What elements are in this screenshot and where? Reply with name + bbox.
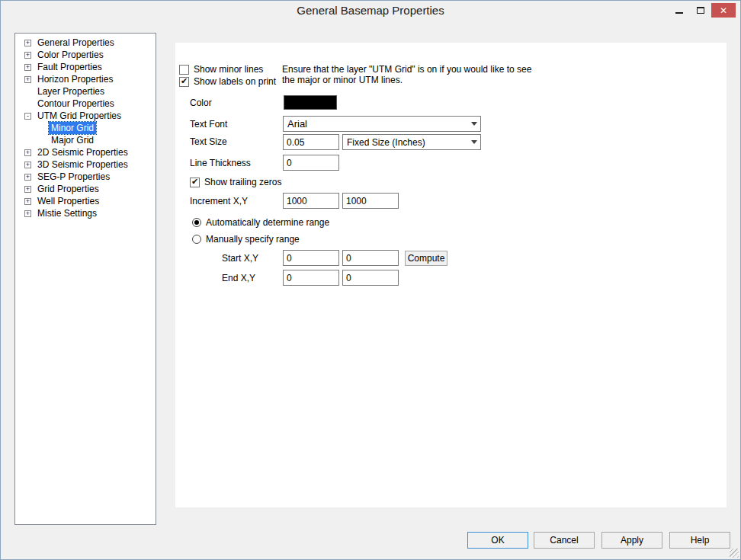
end-x-input[interactable]: [283, 270, 339, 286]
tree-item-general-properties[interactable]: + General Properties: [15, 37, 156, 49]
text-font-value: Arial: [287, 118, 467, 130]
tree-item-label: Fault Properties: [35, 61, 104, 73]
tree-item-label: Contour Properties: [35, 98, 117, 110]
start-xy-label: Start X,Y: [222, 253, 258, 264]
manual-range-label: Manually specify range: [206, 234, 300, 245]
start-y-input[interactable]: [342, 250, 399, 266]
expand-icon[interactable]: +: [24, 40, 31, 46]
text-size-mode-value: Fixed Size (Inches): [347, 137, 467, 148]
expand-icon[interactable]: +: [24, 210, 31, 217]
show-trailing-zeros-checkbox[interactable]: [190, 178, 200, 187]
tree-item-label: Color Properties: [35, 49, 106, 61]
collapse-icon[interactable]: -: [24, 113, 31, 120]
resize-grip[interactable]: [730, 549, 739, 558]
tree-item-layer-properties[interactable]: Layer Properties: [15, 85, 156, 98]
expand-icon[interactable]: +: [24, 76, 31, 83]
tree-item-grid-properties[interactable]: + Grid Properties: [15, 183, 156, 195]
expand-icon[interactable]: +: [24, 198, 31, 205]
tree-item-label: SEG-P Properties: [35, 171, 112, 183]
text-size-input[interactable]: [283, 134, 339, 150]
settings-panel: Show minor lines Ensure that the layer "…: [175, 43, 727, 507]
expand-icon[interactable]: +: [24, 149, 31, 156]
title-bar: General Basemap Properties ✕: [1, 1, 740, 22]
end-xy-label: End X,Y: [222, 273, 255, 283]
line-thickness-input[interactable]: [283, 155, 339, 171]
increment-x-input[interactable]: [283, 193, 339, 209]
text-font-label: Text Font: [190, 119, 227, 130]
tree-item-label: General Properties: [35, 37, 117, 49]
utm-grid-info-text: Ensure that the layer "UTM Grid" is on i…: [282, 64, 545, 85]
text-size-label: Text Size: [190, 136, 227, 147]
tree-item-horizon-properties[interactable]: + Horizon Properties: [15, 73, 156, 85]
tree-item-label: Horizon Properties: [35, 73, 115, 85]
compute-button[interactable]: Compute: [405, 251, 447, 266]
increment-y-input[interactable]: [342, 193, 399, 209]
expand-icon[interactable]: +: [24, 64, 31, 71]
chevron-down-icon: [467, 135, 480, 149]
tree-item-seg-p-properties[interactable]: + SEG-P Properties: [15, 171, 156, 183]
auto-range-row: Automatically determine range: [192, 217, 329, 228]
apply-button[interactable]: Apply: [601, 532, 662, 549]
chevron-down-icon: [467, 117, 480, 131]
manual-range-row: Manually specify range: [192, 234, 300, 245]
tree-item-contour-properties[interactable]: Contour Properties: [15, 98, 156, 110]
properties-tree: + General Properties + Color Properties …: [14, 33, 156, 525]
tree-item-label: Minor Grid: [49, 122, 96, 134]
expand-icon[interactable]: +: [24, 186, 31, 193]
show-trailing-zeros-label: Show trailing zeros: [204, 177, 281, 187]
tree-item-label: 2D Seismic Properties: [35, 146, 130, 158]
tree-item-label: Mistie Settings: [35, 207, 99, 219]
show-minor-lines-row: Show minor lines: [179, 64, 263, 75]
tree-item-label: Layer Properties: [35, 85, 107, 98]
maximize-icon: [697, 7, 704, 14]
start-x-input[interactable]: [283, 250, 339, 266]
tree-item-label: Major Grid: [49, 134, 96, 146]
color-swatch[interactable]: [284, 95, 337, 110]
tree-item-color-properties[interactable]: + Color Properties: [15, 49, 156, 61]
tree-item-fault-properties[interactable]: + Fault Properties: [15, 61, 156, 73]
line-thickness-label: Line Thickness: [190, 158, 251, 168]
text-size-mode-dropdown[interactable]: Fixed Size (Inches): [342, 134, 481, 150]
manual-range-radio[interactable]: [192, 235, 201, 244]
expand-icon[interactable]: +: [24, 52, 31, 59]
close-button[interactable]: ✕: [711, 3, 736, 18]
dialog-window: General Basemap Properties ✕ + General P…: [0, 0, 741, 560]
window-controls: ✕: [669, 3, 736, 18]
show-labels-on-print-checkbox[interactable]: [179, 77, 189, 87]
expand-icon[interactable]: +: [24, 162, 31, 168]
tree-item-3d-seismic-properties[interactable]: + 3D Seismic Properties: [15, 158, 156, 171]
show-trailing-zeros-row: Show trailing zeros: [190, 177, 281, 187]
minimize-button[interactable]: [669, 3, 690, 18]
window-title: General Basemap Properties: [1, 1, 740, 21]
tree-item-label: Well Properties: [35, 195, 101, 207]
tree-item-mistie-settings[interactable]: + Mistie Settings: [15, 207, 156, 219]
tree-item-utm-grid-properties[interactable]: - UTM Grid Properties: [15, 110, 156, 122]
expand-icon[interactable]: +: [24, 174, 31, 181]
auto-range-label: Automatically determine range: [206, 217, 329, 228]
tree-item-well-properties[interactable]: + Well Properties: [15, 195, 156, 207]
end-y-input[interactable]: [342, 270, 399, 286]
cancel-button[interactable]: Cancel: [534, 532, 595, 549]
show-labels-on-print-label: Show labels on print: [194, 76, 276, 87]
maximize-button[interactable]: [690, 3, 711, 18]
tree-item-2d-seismic-properties[interactable]: + 2D Seismic Properties: [15, 146, 156, 158]
tree-item-label: Grid Properties: [35, 183, 101, 195]
auto-range-radio[interactable]: [192, 218, 201, 227]
text-font-dropdown[interactable]: Arial: [283, 116, 481, 132]
tree-item-label: 3D Seismic Properties: [35, 158, 130, 171]
tree-item-major-grid[interactable]: Major Grid: [15, 134, 156, 146]
show-minor-lines-checkbox[interactable]: [179, 65, 189, 75]
show-minor-lines-label: Show minor lines: [194, 64, 263, 75]
help-button[interactable]: Help: [669, 532, 730, 549]
minimize-icon: [675, 12, 683, 14]
show-labels-on-print-row: Show labels on print: [179, 76, 276, 87]
color-label: Color: [190, 98, 212, 108]
tree-item-label: UTM Grid Properties: [35, 110, 124, 122]
ok-button[interactable]: OK: [467, 532, 528, 549]
increment-label: Increment X,Y: [190, 196, 248, 206]
close-icon: ✕: [720, 6, 727, 15]
tree-item-minor-grid[interactable]: Minor Grid: [15, 122, 156, 134]
